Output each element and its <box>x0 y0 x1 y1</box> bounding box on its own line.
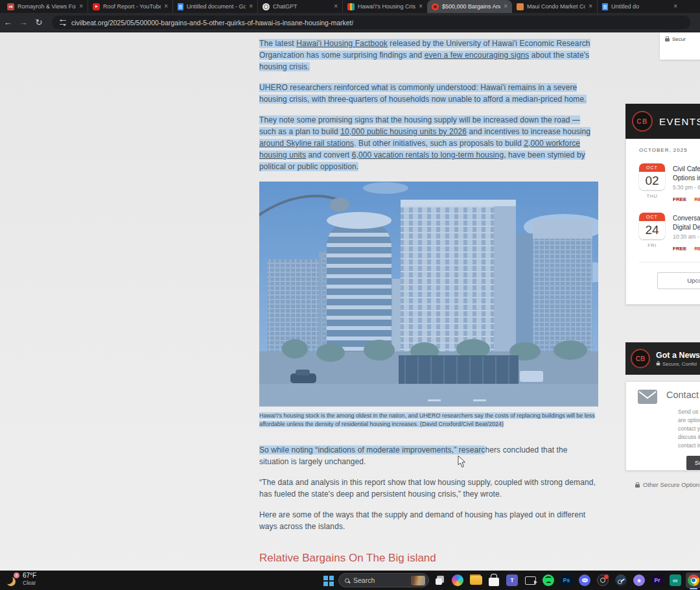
tab-title: Maui Condo Market Collaps <box>527 3 585 10</box>
event-time: 10:30 am - <box>673 233 700 240</box>
screen-cast-icon[interactable] <box>522 572 538 588</box>
submit-tip-button[interactable]: Submit a Ti <box>686 456 700 470</box>
tab-close-icon[interactable]: × <box>164 3 168 10</box>
event-month: OCT <box>639 163 665 172</box>
tab-title: Hawai'i's Housing Crisis Was <box>358 3 415 10</box>
contact-body-line: discuss it. We w <box>678 433 700 442</box>
article-link[interactable]: 6,000 vacation rentals to long-term hous… <box>352 150 504 159</box>
article-paragraphs-top: The latest Hawai'i Housing Factbook rele… <box>259 38 598 172</box>
contact-header-subtitle: Secure, Confid <box>662 361 697 367</box>
copilot-icon[interactable] <box>450 572 465 588</box>
caption-text: Hawai'i's housing stock is the among old… <box>259 412 595 427</box>
event-item[interactable]: OCT24FRIConversatiDigital Der10:30 am -F… <box>639 213 700 252</box>
taskbar-search[interactable]: Search <box>338 573 429 587</box>
maui-favicon-icon <box>517 3 524 10</box>
browser-tab[interactable]: skRomayroh & Views For Incom× <box>3 0 88 13</box>
weather-widget[interactable]: 2 67°F Clear <box>4 572 36 586</box>
events-list: OCT02THUCivil Cafe:Options in5:30 pm - 6… <box>639 163 700 252</box>
browser-tab[interactable]: $500,000 Bargains And 5 Oth× <box>427 0 512 13</box>
clipchamp-icon[interactable]: * <box>633 574 645 586</box>
search-highlight-image <box>411 576 425 585</box>
article-paragraph: The latest Hawai'i Housing Factbook rele… <box>259 38 598 73</box>
browser-toolbar: ← → ↻ civilbeat.org/2025/05/500000-barga… <box>0 13 700 32</box>
tab-title: Untitled document - Google <box>187 3 246 10</box>
url-text: civilbeat.org/2025/05/500000-bargains-an… <box>71 19 353 27</box>
article-link[interactable]: 10,000 public housing units by 2026 <box>340 127 467 136</box>
sk-favicon-icon: sk <box>7 3 14 10</box>
event-register-link[interactable]: REG <box>694 246 700 252</box>
article-column: The latest Hawai'i Housing Factbook rele… <box>259 32 598 571</box>
browser-tab[interactable]: Maui Condo Market Collaps× <box>512 0 597 13</box>
tab-close-icon[interactable]: × <box>249 3 253 10</box>
site-settings-icon[interactable] <box>60 20 66 25</box>
upcoming-events-button[interactable]: Upcomin <box>657 272 700 289</box>
spotify-icon[interactable] <box>542 574 554 586</box>
browser-tab[interactable]: Untitled do× <box>597 0 682 13</box>
text-segment: . But other initiatives, such as proposa… <box>354 139 524 148</box>
weather-temp: 67°F <box>23 572 36 580</box>
address-bar[interactable]: civilbeat.org/2025/05/500000-bargains-an… <box>52 16 690 29</box>
tab-title: ChatGPT <box>273 3 331 10</box>
contact-card: Contact U Send us your nare optional. Hc… <box>625 381 700 471</box>
browser-tab[interactable]: Hawai'i's Housing Crisis Was× <box>342 0 427 13</box>
chatgpt-favicon-icon <box>262 3 270 10</box>
search-icon <box>345 578 349 583</box>
tab-close-icon[interactable]: × <box>504 3 508 10</box>
article-link[interactable]: even a few encouraging signs <box>425 51 530 60</box>
browser-tab[interactable]: Untitled document - Google× <box>172 0 257 13</box>
event-register-link[interactable]: REG <box>694 196 700 202</box>
discord-icon[interactable] <box>579 574 590 586</box>
event-day: 24 <box>639 221 665 239</box>
contact-heading: Contact U <box>666 390 700 404</box>
tab-title: $500,000 Bargains And 5 Oth <box>442 3 500 10</box>
tab-close-icon[interactable]: × <box>79 3 83 10</box>
article-paragraph: Here are some of the ways that the suppl… <box>259 509 598 532</box>
article-link[interactable]: around Skyline rail stations <box>259 139 354 148</box>
text-segment: UHERO researchers reinforced what is com… <box>259 83 587 104</box>
screen: skRomayroh & Views For Incom×Roof Report… <box>0 0 700 590</box>
article-paragraph: UHERO researchers reinforced what is com… <box>259 82 598 105</box>
text-segment: The latest <box>259 39 296 48</box>
photoshop-icon[interactable]: Ps <box>561 574 572 586</box>
microsoft-store-icon[interactable] <box>486 572 502 588</box>
tab-close-icon[interactable]: × <box>334 3 338 10</box>
honolulu-towers-photo <box>259 182 598 407</box>
task-view-icon[interactable] <box>432 572 447 588</box>
article-paragraph: They note some promising signs that the … <box>259 114 598 172</box>
event-price: FREE <box>673 246 686 252</box>
event-item[interactable]: OCT02THUCivil Cafe:Options in5:30 pm - 6… <box>639 163 700 202</box>
file-explorer-icon[interactable] <box>468 572 484 588</box>
browser-tab[interactable]: Roof Report - YouTube× <box>88 0 172 13</box>
event-weekday: THU <box>639 193 665 199</box>
civil-beat-logo-icon: CB <box>632 111 653 132</box>
lock-icon <box>635 484 640 488</box>
news-favicon-icon <box>347 3 355 10</box>
article-link[interactable]: Hawai'i Housing Factbook <box>296 39 388 48</box>
event-price: FREE <box>673 196 686 202</box>
browser-tab[interactable]: ChatGPT× <box>257 0 342 13</box>
camera-alert-icon[interactable] <box>597 574 609 586</box>
steam-icon[interactable] <box>615 574 627 586</box>
article-paragraph: So while noting “indications of moderate… <box>259 444 598 467</box>
premiere-icon[interactable]: Pr <box>651 574 663 586</box>
event-calendar-chip: OCT02THU <box>639 163 665 202</box>
tab-close-icon[interactable]: × <box>419 3 423 10</box>
other-secure-options-link[interactable]: Other Secure Options <box>635 481 700 488</box>
search-label: Search <box>353 576 407 584</box>
contact-header-title: Got a News <box>656 351 700 360</box>
forward-icon[interactable]: → <box>16 18 31 27</box>
image-caption: Hawai'i's housing stock is the among old… <box>259 412 598 429</box>
reload-icon[interactable]: ↻ <box>31 18 47 27</box>
chrome-icon[interactable] <box>686 572 700 588</box>
tab-close-icon[interactable]: × <box>673 3 677 10</box>
start-button-icon[interactable] <box>320 572 336 588</box>
camtasia-icon[interactable]: ∞ <box>670 574 681 586</box>
teams-icon[interactable]: T <box>506 574 518 586</box>
back-icon[interactable]: ← <box>0 18 16 27</box>
civilbeat-favicon-icon <box>432 3 439 10</box>
tab-close-icon[interactable]: × <box>589 3 592 10</box>
other-secure-options-label: Other Secure Options <box>643 481 700 488</box>
article-image <box>259 182 598 407</box>
contact-header: CB Got a News Secure, Confid <box>625 342 700 375</box>
taskbar: 2 67°F Clear Search TPs*Pr∞ <box>0 571 700 590</box>
